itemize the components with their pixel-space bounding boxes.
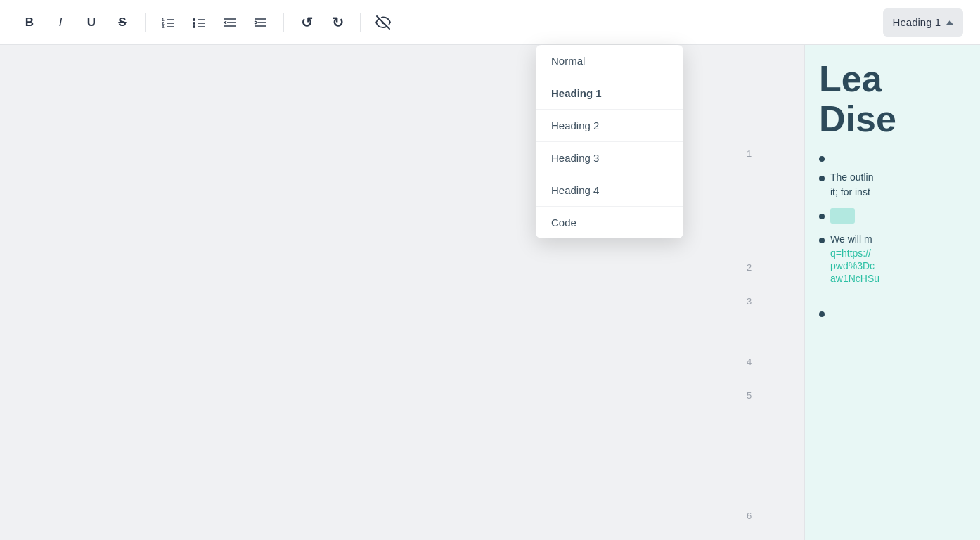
italic-icon: I — [59, 15, 63, 30]
bullet-dot-5 — [819, 311, 825, 317]
preview-heading-text: LeaDise — [819, 59, 966, 139]
strikethrough-button[interactable]: S — [110, 10, 135, 35]
eye-hidden-icon — [375, 14, 392, 31]
bold-icon: B — [25, 15, 34, 30]
visibility-button[interactable] — [370, 10, 396, 35]
dropdown-item-heading4-label: Heading 4 — [551, 184, 599, 196]
preview-panel: LeaDise The outlinit; for inst — [804, 45, 980, 540]
unordered-list-button[interactable] — [186, 10, 212, 35]
dropdown-item-heading3-label: Heading 3 — [551, 152, 599, 164]
bullet-link-4[interactable]: q=https://pwd%3Dcaw1NcHSu — [830, 248, 879, 284]
svg-point-10 — [193, 25, 195, 28]
bullet-highlight-3 — [830, 208, 855, 224]
main-area: 1 2 3 4 5 6 7 LeaDise The outlinit; for … — [0, 45, 980, 540]
strikethrough-icon: S — [118, 15, 126, 30]
preview-content: LeaDise The outlinit; for inst — [805, 45, 980, 540]
chevron-up-icon — [946, 20, 953, 25]
dropdown-item-code[interactable]: Code — [536, 207, 683, 238]
bullet-dot-1 — [819, 156, 825, 162]
preview-heading-block: LeaDise — [819, 59, 966, 139]
indent-button[interactable] — [248, 10, 273, 35]
italic-button[interactable]: I — [48, 10, 73, 35]
line-numbers-column: 1 2 3 4 5 6 7 — [747, 45, 768, 540]
dropdown-item-normal[interactable]: Normal — [536, 45, 683, 77]
preview-bullet-5 — [819, 306, 966, 317]
bullet-text-4: We will m q=https://pwd%3Dcaw1NcHSu — [830, 232, 879, 285]
line-num-4: 4 — [747, 357, 752, 366]
bullet-dot-2 — [819, 176, 825, 181]
style-dropdown-menu: Normal Heading 1 Heading 2 Heading 3 Hea… — [536, 45, 683, 238]
dropdown-item-heading1[interactable]: Heading 1 — [536, 77, 683, 110]
outdent-icon — [223, 15, 237, 30]
divider-2 — [283, 13, 284, 32]
line-num-1: 1 — [747, 149, 752, 158]
preview-bullet-3 — [819, 208, 966, 224]
redo-button[interactable]: ↻ — [325, 10, 350, 35]
ordered-list-button[interactable]: 1. 2. 3. — [155, 10, 181, 35]
outdent-button[interactable] — [217, 10, 243, 35]
editor-area[interactable]: 1 2 3 4 5 6 7 — [0, 45, 804, 540]
style-dropdown-button[interactable]: Heading 1 — [883, 8, 963, 37]
undo-button[interactable]: ↺ — [294, 10, 319, 35]
bold-button[interactable]: B — [17, 10, 42, 35]
toolbar: B I U S 1. 2. 3. — [0, 0, 980, 45]
bullet-text-2: The outlinit; for inst — [830, 170, 873, 200]
dropdown-item-code-label: Code — [551, 217, 576, 229]
svg-point-8 — [193, 22, 195, 25]
divider-3 — [360, 13, 361, 32]
line-num-3: 3 — [747, 297, 752, 306]
svg-text:3.: 3. — [162, 25, 165, 29]
line-num-2: 2 — [747, 263, 752, 272]
underline-button[interactable]: U — [79, 10, 104, 35]
redo-icon: ↻ — [332, 14, 344, 31]
dropdown-item-normal-label: Normal — [551, 55, 585, 67]
dropdown-item-heading2-label: Heading 2 — [551, 120, 599, 131]
dropdown-item-heading4[interactable]: Heading 4 — [536, 174, 683, 207]
svg-point-6 — [193, 18, 195, 21]
line-num-5: 5 — [747, 391, 752, 400]
divider-1 — [145, 13, 146, 32]
preview-bullet-1 — [819, 150, 966, 162]
dropdown-item-heading2[interactable]: Heading 2 — [536, 110, 683, 142]
style-dropdown-label: Heading 1 — [893, 16, 941, 28]
underline-icon: U — [87, 15, 96, 30]
preview-bullet-2: The outlinit; for inst — [819, 170, 966, 200]
bullet-dot-3 — [819, 214, 825, 219]
line-num-6: 6 — [747, 511, 752, 520]
bullet-text-4-main: We will m — [830, 233, 872, 245]
unordered-list-icon — [192, 15, 206, 30]
dropdown-item-heading1-label: Heading 1 — [551, 87, 602, 99]
ordered-list-icon: 1. 2. 3. — [161, 15, 175, 30]
undo-icon: ↺ — [301, 14, 313, 31]
bullet-dot-4 — [819, 238, 825, 243]
preview-bullet-4: We will m q=https://pwd%3Dcaw1NcHSu — [819, 232, 966, 285]
indent-icon — [254, 15, 268, 30]
dropdown-item-heading3[interactable]: Heading 3 — [536, 142, 683, 174]
